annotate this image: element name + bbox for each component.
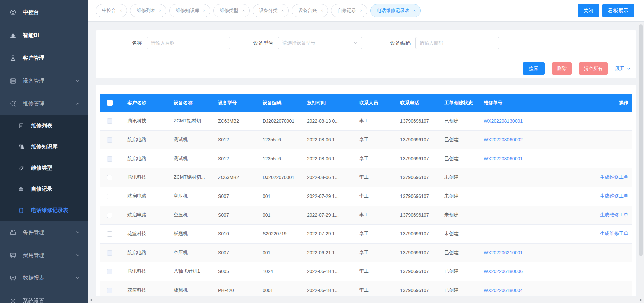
row-checkbox[interactable] <box>107 118 112 124</box>
cell-model: S007 <box>214 243 259 262</box>
horizontal-scrollbar[interactable] <box>88 297 644 303</box>
cell-code: S20220719 <box>259 224 303 243</box>
delete-button[interactable]: 删除 <box>552 62 572 75</box>
cell-phone: 13790696107 <box>396 206 440 224</box>
row-checkbox[interactable] <box>107 194 112 199</box>
report-board-icon <box>10 275 16 282</box>
scroll-left-arrow-icon[interactable] <box>90 298 92 302</box>
tab[interactable]: 设备分类 × <box>253 4 289 17</box>
row-checkbox[interactable] <box>107 175 112 180</box>
cell-phone: 13790696107 <box>396 168 440 187</box>
cell-model: ZC63MB2 <box>214 168 259 187</box>
tab-close-icon[interactable]: × <box>120 8 122 13</box>
sidebar-item-fees[interactable]: 费用管理 <box>0 244 88 267</box>
devices-icon <box>10 78 16 84</box>
scroll-right-arrow-icon[interactable] <box>640 298 642 302</box>
table-row[interactable]: 腾讯科技 ZCMT铝材切... ZC63MB2 DJ2022070001 202… <box>100 168 632 187</box>
generate-workorder-link[interactable]: 生成维修工单 <box>600 231 628 236</box>
col-status: 工单创建状态 <box>440 94 480 112</box>
tab[interactable]: 中控台 × <box>96 4 127 17</box>
table-row[interactable]: 腾讯科技 八轴飞针机1 S005 1024 2022-06-18 1... 李工… <box>100 262 632 281</box>
sidebar-item-devices[interactable]: 设备管理 <box>0 70 88 92</box>
generate-workorder-link[interactable]: 生成维修工单 <box>600 212 628 217</box>
sidebar-item-self-repair[interactable]: 自修记录 <box>0 179 88 200</box>
cell-workorder: WX202208060002 <box>480 130 553 149</box>
tab[interactable]: 维修列表 × <box>130 4 166 17</box>
tab-close-icon[interactable]: × <box>360 8 362 13</box>
close-button[interactable]: 关闭 <box>578 4 599 17</box>
row-checkbox[interactable] <box>107 269 112 274</box>
sidebar-item-repair[interactable]: 维修管理 <box>0 92 88 115</box>
cell-code: 12355+6 <box>259 149 303 168</box>
workorder-link[interactable]: WX202208060002 <box>484 137 523 142</box>
workorder-link[interactable]: WX202206180006 <box>484 269 523 274</box>
tab[interactable]: 设备台账 × <box>292 4 328 17</box>
tab[interactable]: 自修记录 × <box>331 4 367 17</box>
tab-close-icon[interactable]: × <box>159 8 161 13</box>
sidebar-item-repair-list[interactable]: 维修列表 <box>0 115 88 136</box>
row-checkbox[interactable] <box>107 156 112 162</box>
code-input[interactable] <box>415 37 499 49</box>
tab-close-icon[interactable]: × <box>281 8 284 13</box>
briefcase-icon <box>18 186 24 192</box>
name-input[interactable] <box>147 37 230 49</box>
row-checkbox[interactable] <box>107 137 112 143</box>
toolbox-icon <box>10 229 16 236</box>
generate-workorder-link[interactable]: 生成维修工单 <box>600 174 628 180</box>
tab-close-icon[interactable]: × <box>203 8 205 13</box>
cell-status: 未创建 <box>440 187 480 206</box>
vertical-scrollbar[interactable] <box>638 22 644 297</box>
tab[interactable]: 维修类型 × <box>213 4 250 17</box>
cell-workorder: WX202208130001 <box>480 112 553 130</box>
sidebar-item-repair-type[interactable]: 维修类型 <box>0 158 88 179</box>
tab[interactable]: 电话维修记录表 × <box>370 4 421 17</box>
repair-list-icon <box>18 123 24 129</box>
row-checkbox[interactable] <box>107 250 112 256</box>
sidebar-item-reports[interactable]: 数据报表 <box>0 267 88 290</box>
tab-close-icon[interactable]: × <box>321 8 323 13</box>
row-checkbox[interactable] <box>107 231 112 237</box>
board-display-button[interactable]: 看板展示 <box>602 4 634 17</box>
sidebar-item-spare-parts[interactable]: 备件管理 <box>0 221 88 244</box>
vertical-scrollbar-thumb[interactable] <box>639 24 643 256</box>
cell-customer: 花篮科技 <box>123 224 170 243</box>
sidebar-item-console[interactable]: 中控台 <box>0 1 88 24</box>
workorder-link[interactable]: WX202208130001 <box>484 118 523 124</box>
cell-status: 已创建 <box>440 243 480 262</box>
sidebar-item-settings[interactable]: 系统设置 <box>0 290 88 303</box>
workorder-link[interactable]: WX202206180004 <box>484 288 523 293</box>
expand-link[interactable]: 展开 <box>615 66 631 72</box>
workorder-link[interactable]: WX202206210001 <box>484 250 523 255</box>
divider <box>100 55 632 55</box>
tab[interactable]: 维修知识库 × <box>169 4 210 17</box>
table-row[interactable]: 航启电路 测试机 S012 12355+6 2022-08-06 1... 李工… <box>100 149 632 168</box>
row-checkbox-cell <box>100 187 123 206</box>
cell-customer: 航启电路 <box>123 149 170 168</box>
row-checkbox[interactable] <box>107 288 112 293</box>
search-button[interactable]: 搜索 <box>523 62 545 75</box>
table-row[interactable]: 花篮科技 板翘机 S010 S20220719 2022-07-29 1... … <box>100 224 632 243</box>
select-all-checkbox[interactable] <box>107 100 113 106</box>
cell-contact: 李工 <box>355 281 396 296</box>
clear-all-button[interactable]: 清空所有 <box>579 62 608 75</box>
row-checkbox[interactable] <box>107 213 112 218</box>
code-label: 设备编码 <box>382 40 415 46</box>
table-row[interactable]: 航启电路 空压机 S007 001 2022-06-21 1... 李工 137… <box>100 243 632 262</box>
table-row[interactable]: 航启电路 测试机 S012 12355+6 2022-08-06 1... 李工… <box>100 130 632 149</box>
table-row[interactable]: 航启电路 空压机 S007 001 2022-07-29 1... 李工 137… <box>100 206 632 224</box>
sidebar-item-customers[interactable]: 客户管理 <box>0 47 88 70</box>
row-checkbox-cell <box>100 243 123 262</box>
table-row[interactable]: 腾讯科技 ZCMT铝材切... ZC63MB2 DJ2022070001 202… <box>100 112 632 130</box>
workorder-link[interactable]: WX202208060001 <box>484 156 523 161</box>
table-row[interactable]: 花篮科技 板翘机 PH-420 0001 2022-06-18 1... 李工 … <box>100 281 632 296</box>
tab-close-icon[interactable]: × <box>242 8 245 13</box>
sidebar-item-bi[interactable]: 智能BI <box>0 24 88 47</box>
cell-device: ZCMT铝材切... <box>170 168 214 187</box>
cell-time: 2022-08-06 1... <box>303 149 355 168</box>
sidebar-item-knowledge[interactable]: 维修知识库 <box>0 136 88 158</box>
tab-close-icon[interactable]: × <box>413 8 416 13</box>
sidebar-item-phone-records[interactable]: 电话维修记录表 <box>0 200 88 221</box>
model-select[interactable]: 请选择设备型号 <box>278 37 362 49</box>
table-row[interactable]: 航启电路 空压机 S007 001 2022-07-29 1... 李工 137… <box>100 187 632 206</box>
generate-workorder-link[interactable]: 生成维修工单 <box>600 193 628 199</box>
